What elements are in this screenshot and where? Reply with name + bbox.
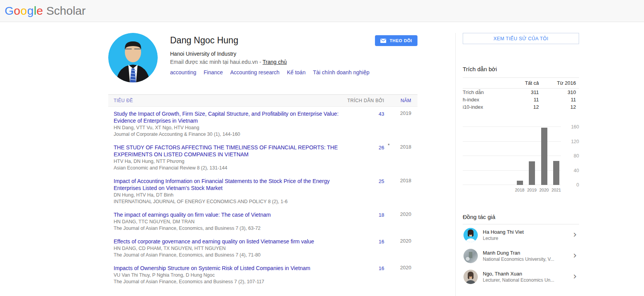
chart-gridline (463, 127, 561, 127)
chart-ytick-label: 40 (564, 168, 579, 173)
citation-count-link[interactable]: 43 (379, 111, 384, 117)
chart-bar-2019[interactable] (529, 161, 535, 185)
cited-by-section: Trích dẫn bởi Tất cả Từ 2016 Trích dẫn 3… (463, 66, 579, 111)
chart-xtick-label: 2020 (538, 188, 551, 192)
stats-value-all[interactable]: 12 (504, 104, 539, 110)
citation-stats-table: Tất cả Từ 2016 Trích dẫn 311 310 h-index… (463, 77, 579, 111)
chevron-right-icon[interactable]: › (571, 272, 579, 282)
coauthor-text: Manh Dung Tran National Economics Univer… (483, 250, 571, 262)
citations-chart-plot: 2018201920202021 (463, 127, 561, 185)
citation-count-link[interactable]: 16 (379, 239, 384, 245)
chart-bar-2020[interactable] (541, 128, 547, 185)
interest-tag-ke-toan[interactable]: Kế toán (287, 69, 305, 75)
publication-year: 2020 (384, 238, 411, 258)
merged-star: * (388, 142, 390, 148)
publications-table-header: TIÊU ĐỀ TRÍCH DẪN BỞI NĂM (108, 94, 417, 107)
interest-tag-accounting[interactable]: accounting (170, 69, 196, 75)
citation-count-link[interactable]: 26 (379, 145, 384, 151)
stats-label: Trích dẫn (463, 89, 504, 95)
publication-venue: Journal of Corporate Accounting & Financ… (114, 131, 357, 137)
right-sidebar: XEM TIỂU SỬ CỦA TÔI Trích dẫn bởi Tất cả… (455, 33, 579, 296)
coauthor-avatar (463, 270, 478, 284)
publication-venue: The Journal of Asian Finance, Economics … (114, 279, 357, 285)
google-scholar-logo[interactable]: Google Scholar (5, 4, 85, 17)
chart-xtick-label: 2018 (513, 188, 526, 192)
coauthor-affiliation: Lecturer, National Economics Un... (483, 277, 571, 283)
main-column: Dang Ngoc Hung Hanoi University of Indus… (108, 33, 417, 296)
coauthors-heading: Đồng tác giả (463, 214, 579, 224)
person-icon (463, 228, 478, 242)
publication-main: Impacts of Ownership Structure on System… (114, 265, 361, 285)
stats-row-h-index: h-index 11 11 (463, 96, 579, 103)
view-my-profile-button[interactable]: XEM TIỂU SỬ CỦA TÔI (463, 33, 579, 44)
publication-main: Impact of Accounting Information on Fina… (114, 178, 361, 205)
coauthors-section: Đồng tác giả Ha Hoang Thi Viet Lecture › (463, 214, 579, 287)
publication-row: Impacts of Ownership Structure on System… (108, 261, 417, 288)
chart-ytick-label: 80 (564, 153, 579, 159)
interest-tag-accounting-research[interactable]: Accounting research (230, 69, 280, 75)
chevron-right-icon[interactable]: › (571, 252, 579, 261)
stats-label: i10-index (463, 104, 504, 110)
citation-count-link[interactable]: 18 (379, 212, 384, 218)
publication-authors: HTV Ha, DN Hung, NTT Phương (114, 158, 357, 164)
coauthor-avatar (463, 228, 478, 242)
publication-venue: The Journal of Asian Finance, Economics,… (114, 252, 357, 258)
chart-bar-2021[interactable] (553, 161, 559, 185)
citation-count-link[interactable]: 16 (379, 265, 384, 271)
profile-affiliation: Hanoi University of Industry (170, 51, 375, 57)
coauthor-name-link[interactable]: Ngo, Thanh Xuan (483, 271, 571, 277)
chart-bar-2018[interactable] (517, 181, 523, 185)
publication-title-link[interactable]: The impact of earnings quality on firm v… (114, 211, 357, 218)
coauthor-text: Ha Hoang Thi Viet Lecture (483, 229, 571, 241)
stats-value-since[interactable]: 12 (539, 104, 579, 110)
publication-citations-cell: 25 (361, 178, 384, 205)
interest-tag-tai-chinh[interactable]: Tài chính doanh nghiệp (313, 69, 369, 75)
homepage-link[interactable]: Trang chủ (262, 59, 287, 65)
citations-chart-yticks: 04080120160 (564, 127, 579, 185)
follow-button[interactable]: THEO DÕI (375, 35, 417, 46)
publication-title-link[interactable]: Study the Impact of Growth, Firm Size, C… (114, 110, 357, 124)
coauthor-row[interactable]: Ngo, Thanh Xuan Lecturer, National Econo… (463, 266, 579, 287)
publication-venue: Asian Economic and Financial Review 8 (2… (114, 165, 357, 171)
stats-row-i10-index: i10-index 12 12 (463, 103, 579, 111)
stats-col-since: Từ 2016 (539, 80, 579, 86)
chart-ytick-label: 120 (564, 139, 579, 144)
stats-spacer (463, 80, 504, 86)
chevron-right-icon[interactable]: › (571, 231, 579, 240)
page-content: Dang Ngoc Hung Hanoi University of Indus… (0, 22, 644, 296)
publication-year: 2018 (384, 178, 411, 205)
publication-authors: HN DANG, TTC NGUYEN, DM TRAN (114, 219, 357, 225)
publication-title-link[interactable]: Impacts of Ownership Structure on System… (114, 265, 357, 272)
stats-value-since[interactable]: 11 (539, 97, 579, 103)
publication-main: Effects of corporate governance and earn… (114, 238, 361, 258)
google-logo-word: Google (5, 4, 43, 17)
publication-row: The impact of earnings quality on firm v… (108, 208, 417, 234)
stats-value-since[interactable]: 310 (539, 89, 579, 95)
cited-by-heading: Trích dẫn bởi (463, 66, 579, 72)
publication-title-link[interactable]: Effects of corporate governance and earn… (114, 238, 357, 245)
publication-venue: INTERNATIONAL JOURNAL OF ENERGY ECONOMIC… (114, 198, 357, 205)
sort-by-citations-header[interactable]: TRÍCH DẪN BỞI (338, 98, 384, 103)
coauthor-name-link[interactable]: Ha Hoang Thi Viet (483, 229, 571, 235)
chart-xtick-label: 2021 (550, 188, 563, 192)
profile-photo[interactable] (108, 33, 158, 82)
email-verified-text: Email được xác minh tại haui.edu.vn - (170, 59, 262, 65)
coauthor-row[interactable]: Ha Hoang Thi Viet Lecture › (463, 224, 579, 245)
sort-by-year-header[interactable]: NĂM (384, 98, 411, 103)
profile-email-line: Email được xác minh tại haui.edu.vn - Tr… (170, 59, 375, 65)
interest-tag-finance[interactable]: Finance (204, 69, 223, 75)
sort-by-title-header[interactable]: TIÊU ĐỀ (114, 98, 338, 103)
publication-venue: The Journal of Asian Finance, Economics,… (114, 225, 357, 231)
citation-count-link[interactable]: 25 (379, 178, 384, 184)
stats-value-all[interactable]: 311 (504, 89, 539, 95)
publication-title-link[interactable]: THE STUDY OF FACTORS AFFECTING THE TIMEL… (114, 144, 357, 158)
publication-main: The impact of earnings quality on firm v… (114, 211, 361, 231)
publication-title-link[interactable]: Impact of Accounting Information on Fina… (114, 178, 357, 192)
coauthor-row[interactable]: Manh Dung Tran National Economics Univer… (463, 245, 579, 266)
follow-button-label: THEO DÕI (390, 38, 412, 43)
person-icon (463, 270, 478, 284)
stats-value-all[interactable]: 11 (504, 97, 539, 103)
coauthor-name-link[interactable]: Manh Dung Tran (483, 250, 571, 256)
publication-row: Impact of Accounting Information on Fina… (108, 174, 417, 208)
envelope-icon (380, 39, 386, 43)
